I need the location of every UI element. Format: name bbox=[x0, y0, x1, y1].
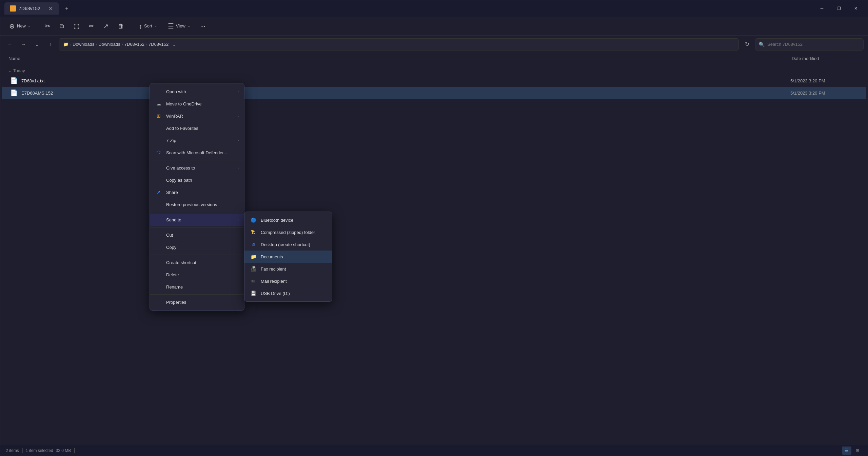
ctx-7zip-label: 7-Zip bbox=[166, 138, 176, 143]
ctx-scan-defender[interactable]: 🛡 Scan with Microsoft Defender... bbox=[150, 146, 244, 159]
new-dropdown-arrow: ⌄ bbox=[28, 24, 31, 28]
give-access-arrow: › bbox=[238, 166, 239, 170]
winrar-icon: ⊞ bbox=[155, 113, 162, 119]
grid-view-button[interactable]: ⊞ bbox=[853, 447, 862, 455]
delete-button[interactable]: 🗑 bbox=[114, 18, 128, 34]
delete-icon: 🗑 bbox=[118, 23, 124, 29]
ctx-move-onedrive[interactable]: ☁ Move to OneDrive bbox=[150, 98, 244, 110]
ctx-delete[interactable]: Delete bbox=[150, 269, 244, 281]
breadcrumb-folder-1[interactable]: 7D68v152 bbox=[124, 42, 144, 47]
title-bar: 7D68v152 ✕ + ─ ❐ ✕ bbox=[0, 0, 868, 17]
properties-icon bbox=[155, 299, 162, 305]
ctx-add-favorites[interactable]: Add to Favorites bbox=[150, 122, 244, 134]
submenu-bluetooth[interactable]: 🔵 Bluetooth device bbox=[244, 214, 332, 226]
submenu-mail[interactable]: ✉ Mail recipient bbox=[244, 275, 332, 287]
tab-close-button[interactable]: ✕ bbox=[48, 6, 53, 11]
file-name: 7D68v1x.txt bbox=[21, 78, 790, 83]
breadcrumb-dropdown-button[interactable]: ⌄ bbox=[170, 40, 178, 48]
favorites-icon bbox=[155, 125, 162, 132]
file-list: ⌄ Today 📄 7D68v1x.txt 5/1/2023 3:20 PM 📄… bbox=[0, 64, 868, 445]
back-button[interactable]: ← bbox=[4, 39, 15, 50]
delete-ctx-icon bbox=[155, 271, 162, 278]
ctx-restore-versions[interactable]: Restore previous versions bbox=[150, 198, 244, 211]
new-button[interactable]: ⊕ New ⌄ bbox=[4, 18, 35, 34]
status-sep-2: | bbox=[74, 448, 75, 454]
view-button[interactable]: ☰ View ⌄ bbox=[163, 18, 195, 34]
ctx-cut[interactable]: Cut bbox=[150, 229, 244, 241]
submenu-usb-label: USB Drive (D:) bbox=[261, 291, 290, 296]
file-area: Name Date modified ⌄ Today 📄 7D68v1x.txt… bbox=[0, 53, 868, 445]
desktop-icon: 🖥 bbox=[250, 241, 257, 248]
minimize-button[interactable]: ─ bbox=[814, 3, 830, 14]
ctx-give-access[interactable]: Give access to › bbox=[150, 162, 244, 174]
submenu-mail-label: Mail recipient bbox=[261, 279, 287, 284]
refresh-button[interactable]: ↻ bbox=[742, 39, 752, 50]
file-txt-icon: 📄 bbox=[10, 77, 18, 85]
ctx-copy-path[interactable]: Copy as path bbox=[150, 174, 244, 186]
ctx-add-favorites-label: Add to Favorites bbox=[166, 126, 198, 131]
search-input[interactable] bbox=[767, 42, 860, 47]
rename-ctx-icon bbox=[155, 283, 162, 290]
ctx-copy[interactable]: Copy bbox=[150, 241, 244, 253]
window-controls: ─ ❐ ✕ bbox=[814, 3, 864, 14]
ctx-share[interactable]: ↗ Share bbox=[150, 186, 244, 198]
ctx-properties[interactable]: Properties bbox=[150, 296, 244, 308]
file-item[interactable]: 📄 7D68v1x.txt 5/1/2023 3:20 PM bbox=[2, 75, 866, 87]
breadcrumb-downloads-1[interactable]: Downloads bbox=[73, 42, 94, 47]
list-view-button[interactable]: ☰ bbox=[842, 447, 851, 455]
more-icon: ··· bbox=[200, 23, 205, 29]
cut-button[interactable]: ✂ bbox=[41, 18, 54, 34]
ctx-create-shortcut-label: Create shortcut bbox=[166, 260, 196, 265]
breadcrumb-downloads-2[interactable]: Downloads bbox=[98, 42, 120, 47]
send-to-arrow: › bbox=[238, 218, 239, 222]
documents-icon: 📁 bbox=[250, 253, 257, 260]
submenu-usb[interactable]: 💾 USB Drive (D:) bbox=[244, 287, 332, 299]
ctx-copy-path-label: Copy as path bbox=[166, 178, 192, 183]
column-name[interactable]: Name bbox=[8, 56, 792, 61]
copy-button[interactable]: ⧉ bbox=[56, 18, 68, 34]
share-button[interactable]: ↗ bbox=[99, 18, 113, 34]
open-with-icon bbox=[155, 88, 162, 95]
paste-button[interactable]: ⬚ bbox=[70, 18, 83, 34]
more-button[interactable]: ··· bbox=[196, 18, 210, 34]
breadcrumb-folder-2[interactable]: 7D68v152 bbox=[149, 42, 169, 47]
recent-button[interactable]: ⌄ bbox=[32, 39, 42, 50]
file-name-selected: E7D68AMS.152 bbox=[21, 91, 790, 96]
search-box[interactable]: 🔍 bbox=[755, 38, 864, 51]
ctx-open-with[interactable]: Open with › bbox=[150, 85, 244, 98]
sort-button[interactable]: ↕ Sort ⌄ bbox=[134, 18, 162, 34]
column-date[interactable]: Date modified bbox=[792, 56, 860, 61]
submenu-documents[interactable]: 📁 Documents bbox=[244, 251, 332, 263]
fax-icon: 📠 bbox=[250, 265, 257, 272]
ctx-create-shortcut[interactable]: Create shortcut bbox=[150, 256, 244, 269]
ctx-7zip[interactable]: 7-Zip › bbox=[150, 134, 244, 146]
breadcrumb-bar: 📁 › Downloads › Downloads › 7D68v152 › 7… bbox=[59, 38, 739, 51]
7zip-icon bbox=[155, 137, 162, 144]
submenu-desktop[interactable]: 🖥 Desktop (create shortcut) bbox=[244, 238, 332, 251]
up-button[interactable]: ↑ bbox=[45, 39, 56, 50]
submenu-compressed[interactable]: 🗜 Compressed (zipped) folder bbox=[244, 226, 332, 238]
view-dropdown-arrow: ⌄ bbox=[188, 24, 190, 28]
selected-count: 1 item selected bbox=[26, 448, 53, 453]
date-group-today: ⌄ Today bbox=[0, 65, 868, 75]
rename-button[interactable]: ✏ bbox=[85, 18, 98, 34]
forward-button[interactable]: → bbox=[18, 39, 29, 50]
window-tab[interactable]: 7D68v152 ✕ bbox=[4, 2, 59, 15]
file-item-selected[interactable]: 📄 E7D68AMS.152 5/1/2023 3:20 PM bbox=[2, 87, 866, 99]
7zip-arrow: › bbox=[238, 139, 239, 142]
new-tab-button[interactable]: + bbox=[61, 3, 72, 14]
ctx-send-to[interactable]: Send to › 🔵 Bluetooth device 🗜 Compresse… bbox=[150, 214, 244, 226]
close-button[interactable]: ✕ bbox=[848, 3, 864, 14]
submenu-fax[interactable]: 📠 Fax recipient bbox=[244, 263, 332, 275]
ctx-scan-defender-label: Scan with Microsoft Defender... bbox=[166, 150, 227, 155]
column-headers: Name Date modified bbox=[0, 53, 868, 64]
maximize-button[interactable]: ❐ bbox=[831, 3, 847, 14]
ctx-sep-4 bbox=[150, 255, 244, 255]
new-icon: ⊕ bbox=[9, 23, 15, 29]
ctx-move-onedrive-label: Move to OneDrive bbox=[166, 101, 202, 106]
ctx-restore-label: Restore previous versions bbox=[166, 202, 217, 207]
breadcrumb-home[interactable]: 📁 bbox=[63, 42, 68, 47]
ctx-delete-label: Delete bbox=[166, 272, 179, 277]
ctx-rename[interactable]: Rename bbox=[150, 281, 244, 293]
ctx-winrar[interactable]: ⊞ WinRAR › bbox=[150, 110, 244, 122]
